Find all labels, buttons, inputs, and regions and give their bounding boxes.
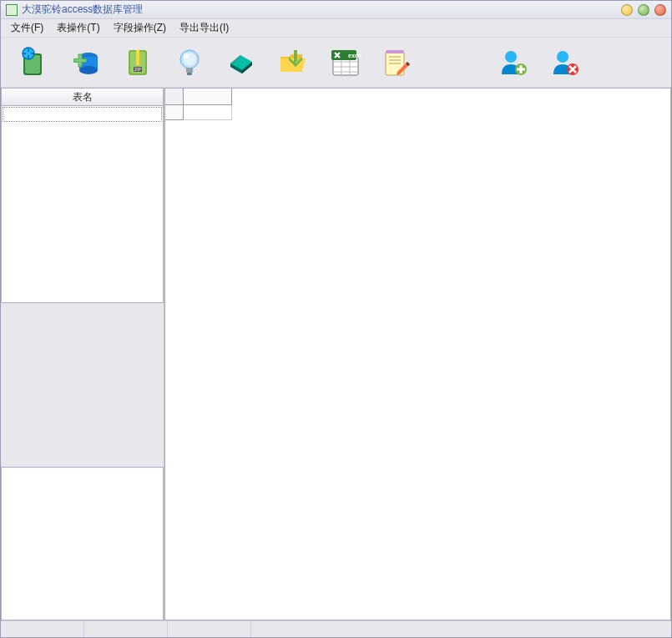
- close-button[interactable]: [654, 4, 666, 16]
- svg-point-37: [505, 51, 517, 63]
- user-remove-icon: [550, 48, 580, 78]
- left-pane: 表名: [1, 88, 164, 620]
- statusbar: [1, 620, 671, 637]
- svg-rect-36: [386, 50, 404, 53]
- menubar: 文件(F) 表操作(T) 字段操作(Z) 导出导出(I): [1, 19, 671, 38]
- download-folder-button[interactable]: [276, 46, 310, 79]
- menu-table-ops[interactable]: 表操作(T): [52, 19, 104, 37]
- open-database-button[interactable]: [18, 46, 51, 79]
- status-cell-3: [168, 621, 251, 637]
- svg-rect-16: [136, 50, 139, 65]
- svg-rect-22: [187, 73, 192, 75]
- svg-text:excel: excel: [348, 53, 361, 58]
- data-grid[interactable]: [164, 88, 671, 620]
- excel-button[interactable]: excel: [328, 46, 361, 79]
- notepad-edit-icon: [381, 47, 412, 78]
- maximize-button[interactable]: [638, 4, 649, 16]
- svg-point-9: [79, 66, 98, 74]
- lightbulb-button[interactable]: [173, 46, 206, 79]
- zip-archive-button[interactable]: ZIP: [121, 46, 154, 79]
- grid-column-header[interactable]: [184, 89, 232, 105]
- user-add-icon: [498, 48, 528, 78]
- svg-point-23: [184, 53, 189, 58]
- user-add-button[interactable]: [497, 46, 530, 79]
- svg-rect-3: [28, 48, 29, 52]
- svg-rect-5: [23, 53, 26, 54]
- add-database-button[interactable]: [69, 46, 103, 79]
- window-controls: [621, 4, 666, 16]
- excel-icon: excel: [328, 47, 361, 78]
- svg-point-41: [557, 51, 568, 63]
- table-list-header[interactable]: 表名: [1, 88, 164, 106]
- svg-rect-6: [31, 53, 34, 54]
- status-cell-1: [1, 621, 84, 637]
- left-pane-spacer: [1, 303, 164, 467]
- user-remove-button[interactable]: [548, 46, 582, 79]
- grid-corner[interactable]: [165, 89, 184, 105]
- toolbar: ZIP: [1, 38, 671, 88]
- titlebar[interactable]: 大漠驼铃access数据库管理: [1, 1, 671, 19]
- svg-rect-13: [79, 54, 82, 66]
- grid-cell[interactable]: [184, 105, 232, 120]
- status-cell-2: [84, 621, 168, 637]
- minimize-button[interactable]: [621, 4, 633, 16]
- svg-rect-21: [186, 68, 193, 73]
- window-title: 大漠驼铃access数据库管理: [22, 3, 621, 17]
- menu-file[interactable]: 文件(F): [6, 19, 48, 37]
- svg-rect-40: [517, 68, 525, 70]
- table-list[interactable]: [1, 106, 164, 303]
- menu-field-ops[interactable]: 字段操作(Z): [109, 19, 171, 37]
- download-folder-icon: [277, 47, 309, 78]
- svg-text:ZIP: ZIP: [134, 67, 141, 72]
- menu-import-export[interactable]: 导出导出(I): [174, 19, 234, 37]
- grid-row-header[interactable]: [165, 105, 184, 120]
- app-icon: [6, 4, 18, 16]
- notepad-edit-button[interactable]: [380, 46, 413, 79]
- open-database-icon: [18, 47, 50, 78]
- book-button[interactable]: [225, 46, 258, 79]
- main-window: 大漠驼铃access数据库管理 文件(F) 表操作(T) 字段操作(Z) 导出导…: [0, 0, 672, 638]
- svg-rect-4: [28, 55, 29, 58]
- left-bottom-panel[interactable]: [1, 467, 164, 620]
- add-database-icon: [70, 47, 102, 78]
- content-area: 表名: [1, 88, 671, 620]
- table-row[interactable]: [3, 107, 162, 122]
- lightbulb-icon: [174, 47, 205, 78]
- book-icon: [225, 47, 257, 78]
- zip-archive-icon: ZIP: [122, 47, 154, 78]
